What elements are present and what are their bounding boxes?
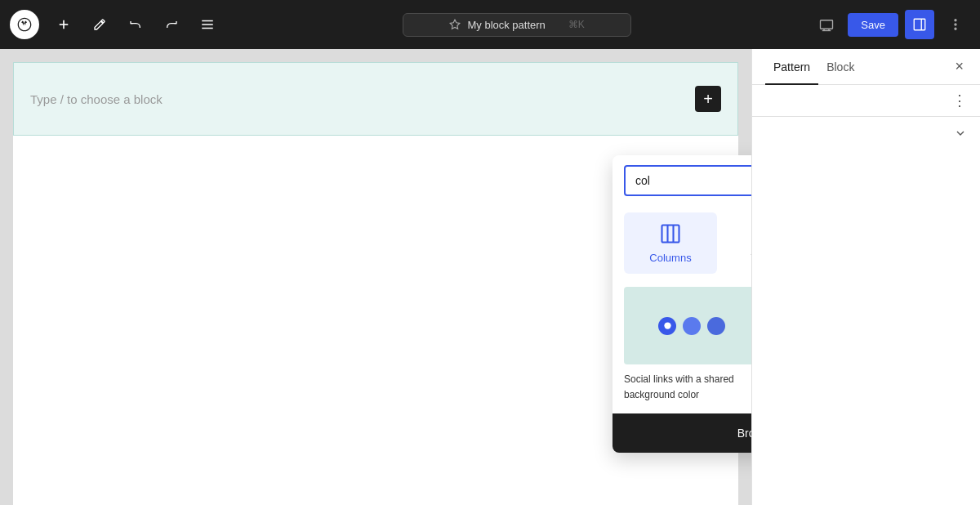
tab-block[interactable]: Block [818,49,862,85]
more-options-button[interactable] [941,10,970,39]
preview-button[interactable] [812,10,841,39]
panel-section-header [765,127,967,140]
table-label: Table [751,252,751,264]
svg-point-25 [664,322,670,328]
block-placeholder[interactable]: Type / to choose a block + [13,62,738,136]
redo-button[interactable] [157,10,186,39]
svg-point-14 [955,28,956,29]
canvas-add-block-button[interactable]: + [695,86,721,112]
toolbar-center: My block pattern ⌘K [229,13,805,37]
undo-button[interactable] [121,10,150,39]
search-box-container: × [612,155,751,206]
pattern-shortcut: ⌘K [568,19,585,30]
block-types-row: Columns Table [612,206,751,287]
add-block-toolbar-button[interactable] [49,10,78,39]
block-picker-popup: × Columns [612,155,751,453]
social-links-thumb-image [624,287,751,364]
columns-label: Columns [649,252,691,264]
main-area: Type / to choose a block + × [0,49,980,505]
panel-close-button[interactable]: × [951,55,967,78]
pattern-title: My block pattern [467,19,545,31]
block-type-table[interactable]: Table [717,212,751,274]
collapse-button[interactable] [954,127,967,140]
social-dot-1 [658,317,676,335]
svg-point-12 [955,20,956,21]
main-toolbar: My block pattern ⌘K Save [0,0,980,49]
edit-tool-button[interactable] [85,10,114,39]
toolbar-right: Save [812,10,970,39]
editor-canvas: Type / to choose a block + × [0,49,751,505]
social-dot-3 [707,317,725,335]
wp-logo [10,10,39,39]
pattern-thumbnails: Social links with a shared background co… [612,287,751,413]
social-dots [658,317,725,335]
browse-all-button[interactable]: Browse all [612,413,751,453]
pattern-title-bar[interactable]: My block pattern ⌘K [403,13,631,37]
tab-pattern[interactable]: Pattern [765,49,818,85]
right-panel: Pattern Block × ⋮ [751,49,980,505]
save-button[interactable]: Save [848,13,898,37]
svg-rect-15 [662,226,679,243]
block-search-input[interactable] [624,165,751,196]
columns-icon [659,222,682,245]
svg-rect-6 [821,20,833,29]
block-type-columns[interactable]: Columns [624,212,717,274]
placeholder-text: Type / to choose a block [30,92,163,106]
svg-point-13 [955,24,956,25]
document-overview-button[interactable] [193,10,222,39]
svg-rect-10 [914,19,925,30]
svg-marker-5 [451,20,461,29]
social-links-label: Social links with a shared background co… [624,373,734,400]
settings-sidebar-toggle[interactable] [905,10,934,39]
panel-content [752,117,980,505]
pattern-social-links[interactable]: Social links with a shared background co… [624,287,751,402]
panel-more-options[interactable]: ⋮ [952,92,967,109]
panel-header-row: ⋮ [752,85,980,117]
social-dot-2 [683,317,701,335]
panel-tabs: Pattern Block × [752,49,980,85]
